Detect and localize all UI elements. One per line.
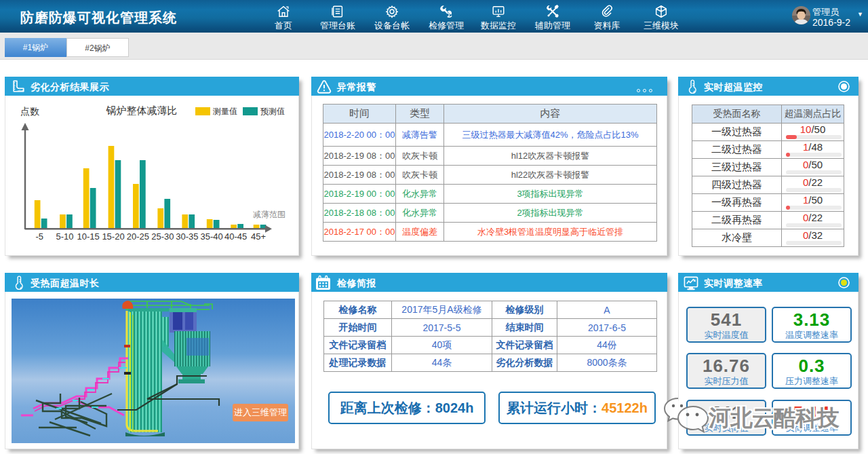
svg-text:预测值: 预测值 (260, 107, 285, 116)
svg-text:35-40: 35-40 (201, 231, 223, 242)
svg-text:10-15: 10-15 (77, 231, 100, 242)
svg-text:5-10: 5-10 (56, 231, 73, 242)
svg-text:40-45: 40-45 (224, 231, 247, 242)
svg-text:15-20: 15-20 (102, 231, 124, 242)
svg-text:测量值: 测量值 (212, 107, 237, 116)
svg-text:锅炉整体减薄比: 锅炉整体减薄比 (106, 105, 178, 116)
svg-text:45+: 45+ (251, 231, 266, 242)
svg-text:30-35: 30-35 (176, 231, 198, 242)
svg-text:点数: 点数 (20, 106, 39, 117)
svg-text:减薄范围: 减薄范围 (253, 210, 285, 219)
svg-text:-5: -5 (35, 231, 43, 242)
svg-text:25-30: 25-30 (151, 231, 174, 242)
svg-text:20-25: 20-25 (127, 231, 149, 242)
